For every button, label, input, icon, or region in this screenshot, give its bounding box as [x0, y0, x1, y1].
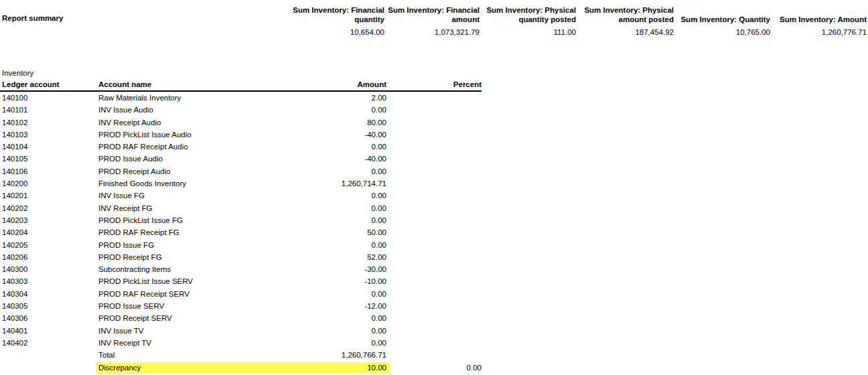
cell-amount: 0.00	[288, 325, 386, 337]
cell-amount: 1,260,766.71	[288, 349, 386, 361]
cell-percent	[386, 325, 482, 337]
table-row: 140100Raw Materials Inventory2.00	[0, 92, 482, 104]
cell-name: Finished Goods Inventory	[98, 177, 288, 190]
table-row: 140401INV Issue TV0.00	[0, 325, 482, 337]
table-row: 140305PROD Issue SERV-12.00	[0, 300, 482, 312]
cell-percent	[386, 275, 482, 287]
cell-percent	[386, 202, 482, 214]
table-row: 140304PROD RAF Receipt SERV0.00	[0, 288, 482, 300]
cell-account: 140306	[0, 312, 98, 324]
cell-amount: 0.00	[288, 202, 386, 214]
cell-name: PROD PickList Issue FG	[98, 214, 288, 226]
summary-metric-value: 10,765.00	[668, 28, 770, 37]
cell-name: INV Issue Audio	[98, 104, 288, 116]
cell-name: PROD PickList Issue SERV	[98, 275, 288, 287]
summary-metric-label: Sum Inventory: Quantity	[668, 5, 770, 24]
summary-metric: Sum Inventory: Amount1,260,776.71	[765, 5, 867, 37]
cell-percent	[386, 129, 482, 141]
column-header-percent: Percent	[386, 80, 482, 89]
table-row: 140206PROD Receipt FG52.00	[0, 251, 482, 263]
table-row: 140200Finished Goods Inventory1,260,714.…	[0, 177, 482, 190]
cell-name: PROD PickList Issue Audio	[98, 129, 288, 141]
cell-account: 140201	[0, 190, 98, 202]
cell-percent	[386, 214, 482, 226]
table-row: 140402INV Receipt TV0.00	[0, 337, 482, 349]
cell-account	[0, 362, 98, 374]
table-row: 140202INV Receipt FG0.00	[0, 202, 482, 214]
cell-amount: -30.00	[288, 263, 386, 275]
summary-metric-label: Sum Inventory: Amount	[765, 5, 867, 24]
summary-metric: Sum Inventory: Financialamount1,073,321.…	[378, 5, 480, 37]
cell-amount: 0.00	[288, 239, 386, 251]
cell-percent	[386, 190, 482, 202]
cell-name: INV Receipt Audio	[98, 117, 288, 129]
table-row: 140104PROD RAF Receipt Audio0.00	[0, 141, 482, 153]
cell-percent	[386, 153, 482, 165]
cell-amount: 0.00	[288, 288, 386, 300]
cell-account: 140203	[0, 214, 98, 226]
summary-metric-label: Sum Inventory: Physicalamount posted	[572, 5, 674, 24]
cell-percent	[386, 226, 482, 238]
cell-percent	[386, 117, 482, 129]
cell-percent	[386, 349, 482, 361]
table-header: Ledger account Account name Amount Perce…	[0, 80, 482, 92]
summary-metric-label: Sum Inventory: Financialquantity	[283, 5, 384, 24]
table-row: 140204PROD RAF Receipt FG50.00	[0, 226, 482, 238]
cell-name: Discrepancy	[98, 362, 288, 374]
cell-percent	[386, 337, 482, 349]
discrepancy-row: Discrepancy10.000.00	[0, 362, 482, 374]
cell-amount: -40.00	[288, 129, 386, 141]
total-row: Total1,260,766.71	[0, 349, 482, 361]
summary-metric: Sum Inventory: Physicalamount posted187,…	[572, 5, 674, 37]
summary-metric: Sum Inventory: Financialquantity10,654.0…	[283, 5, 384, 37]
cell-amount: 0.00	[288, 104, 386, 116]
cell-account: 140202	[0, 202, 98, 214]
cell-account: 140401	[0, 325, 98, 337]
cell-account: 140104	[0, 141, 98, 153]
table-row: 140300Subcontracting Items-30.00	[0, 263, 482, 275]
cell-amount: -40.00	[288, 153, 386, 165]
cell-name: PROD Issue FG	[98, 239, 288, 251]
table-row: 140303PROD PickList Issue SERV-10.00	[0, 275, 482, 287]
cell-percent	[386, 312, 482, 324]
cell-name: PROD RAF Receipt FG	[98, 226, 288, 238]
cell-name: PROD RAF Receipt Audio	[98, 141, 288, 153]
cell-amount: 52.00	[288, 251, 386, 263]
column-header-ledger-account: Ledger account	[0, 80, 98, 89]
cell-account: 140100	[0, 92, 98, 104]
table-row: 140306PROD Receipt SERV0.00	[0, 312, 482, 324]
summary-metric-value: 187,454.92	[572, 28, 674, 37]
cell-account: 140300	[0, 263, 98, 275]
cell-percent	[386, 165, 482, 177]
cell-account: 140402	[0, 337, 98, 349]
cell-amount: -12.00	[288, 300, 386, 312]
table-row: 140101INV Issue Audio0.00	[0, 104, 482, 116]
cell-name: PROD RAF Receipt SERV	[98, 288, 288, 300]
table-row: 140106PROD Receipt Audio0.00	[0, 165, 482, 177]
cell-name: Total	[98, 349, 288, 361]
cell-amount: 80.00	[288, 117, 386, 129]
summary-metric-value: 10,654.00	[283, 28, 384, 37]
cell-name: INV Issue TV	[98, 325, 288, 337]
cell-name: PROD Receipt Audio	[98, 165, 288, 177]
table-row: 140105PROD Issue Audio-40.00	[0, 153, 482, 165]
cell-account: 140204	[0, 226, 98, 238]
cell-account: 140206	[0, 251, 98, 263]
cell-percent	[386, 263, 482, 275]
table-row: 140205PROD Issue FG0.00	[0, 239, 482, 251]
cell-name: PROD Receipt SERV	[98, 312, 288, 324]
summary-metric-label: Sum Inventory: Physicalquantity posted	[474, 5, 576, 24]
cell-name: Raw Materials Inventory	[98, 92, 288, 104]
cell-name: INV Issue FG	[98, 190, 288, 202]
cell-account: 140205	[0, 239, 98, 251]
cell-amount: 0.00	[288, 141, 386, 153]
cell-amount: 0.00	[288, 190, 386, 202]
summary-columns: Sum Inventory: Financialquantity10,654.0…	[0, 5, 868, 40]
cell-percent	[386, 92, 482, 104]
section-title: Inventory	[2, 69, 33, 77]
cell-account: 140305	[0, 300, 98, 312]
cell-percent	[386, 251, 482, 263]
cell-amount: 0.00	[288, 214, 386, 226]
cell-percent	[386, 239, 482, 251]
cell-percent	[386, 104, 482, 116]
